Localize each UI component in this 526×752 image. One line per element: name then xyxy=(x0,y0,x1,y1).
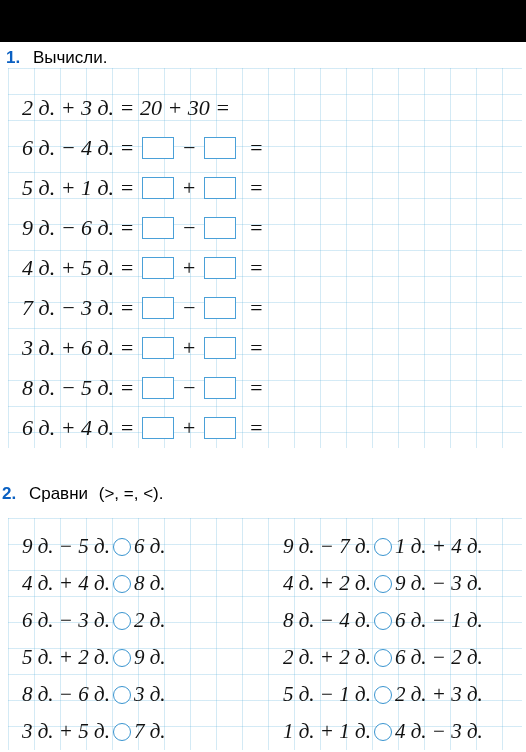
answer-box[interactable] xyxy=(204,337,236,359)
operator: − xyxy=(176,295,202,321)
compare-left: 3 д. + 5 д. xyxy=(22,719,110,744)
compare-circle[interactable] xyxy=(374,575,392,593)
equals: = xyxy=(238,215,264,241)
compare-right: 2 д. + 3 д. xyxy=(395,682,483,707)
equation-expanded: 20 + 30 = xyxy=(140,95,230,121)
compare-circle[interactable] xyxy=(113,612,131,630)
equals: = xyxy=(238,175,264,201)
equation-row: 4 д. + 5 д. = + = xyxy=(22,248,264,288)
compare-left: 1 д. + 1 д. xyxy=(283,719,371,744)
compare-right: 9 д. xyxy=(134,645,166,670)
equation-left: 6 д. + 4 д. = xyxy=(22,415,140,441)
equation-row: 2 д. + 3 д. = 20 + 30 = xyxy=(22,88,264,128)
answer-box[interactable] xyxy=(142,217,174,239)
compare-row: 4 д. + 2 д.9 д. − 3 д. xyxy=(283,565,516,602)
equation-left: 5 д. + 1 д. = xyxy=(22,175,140,201)
operator: − xyxy=(176,215,202,241)
answer-box[interactable] xyxy=(142,417,174,439)
compare-row: 4 д. + 4 д.8 д. xyxy=(22,565,255,602)
answer-box[interactable] xyxy=(142,257,174,279)
operator: + xyxy=(176,255,202,281)
compare-circle[interactable] xyxy=(374,538,392,556)
equation-left: 7 д. − 3 д. = xyxy=(22,295,140,321)
answer-box[interactable] xyxy=(142,297,174,319)
compare-left: 9 д. − 7 д. xyxy=(283,534,371,559)
compare-left: 9 д. − 5 д. xyxy=(22,534,110,559)
task2-number: 2. xyxy=(2,484,16,503)
operator: − xyxy=(176,135,202,161)
operator: + xyxy=(176,175,202,201)
compare-left: 4 д. + 2 д. xyxy=(283,571,371,596)
top-black-bar xyxy=(0,0,526,42)
answer-box[interactable] xyxy=(204,257,236,279)
equals: = xyxy=(238,255,264,281)
compare-left: 5 д. − 1 д. xyxy=(283,682,371,707)
equation-list: 2 д. + 3 д. = 20 + 30 =6 д. − 4 д. = − =… xyxy=(22,88,264,448)
compare-right: 6 д. − 1 д. xyxy=(395,608,483,633)
compare-left: 2 д. + 2 д. xyxy=(283,645,371,670)
compare-right: 1 д. + 4 д. xyxy=(395,534,483,559)
equation-row: 8 д. − 5 д. = − = xyxy=(22,368,264,408)
compare-right: 4 д. − 3 д. xyxy=(395,719,483,744)
answer-box[interactable] xyxy=(142,377,174,399)
equation-left: 2 д. + 3 д. = xyxy=(22,95,140,121)
equation-row: 7 д. − 3 д. = − = xyxy=(22,288,264,328)
answer-box[interactable] xyxy=(204,297,236,319)
answer-box[interactable] xyxy=(142,137,174,159)
equation-left: 8 д. − 5 д. = xyxy=(22,375,140,401)
answer-box[interactable] xyxy=(204,137,236,159)
compare-circle[interactable] xyxy=(113,575,131,593)
compare-row: 8 д. − 6 д.3 д. xyxy=(22,676,255,713)
answer-box[interactable] xyxy=(204,217,236,239)
compare-left: 6 д. − 3 д. xyxy=(22,608,110,633)
answer-box[interactable] xyxy=(142,337,174,359)
compare-circle[interactable] xyxy=(113,649,131,667)
answer-box[interactable] xyxy=(204,377,236,399)
compare-right: 3 д. xyxy=(134,682,166,707)
compare-row: 9 д. − 5 д.6 д. xyxy=(22,528,255,565)
compare-row: 5 д. + 2 д.9 д. xyxy=(22,639,255,676)
compare-circle[interactable] xyxy=(374,686,392,704)
answer-box[interactable] xyxy=(204,177,236,199)
task2-title: Сравни xyxy=(29,484,88,503)
compare-column-left: 9 д. − 5 д.6 д.4 д. + 4 д.8 д.6 д. − 3 д… xyxy=(22,528,255,750)
equation-row: 6 д. − 4 д. = − = xyxy=(22,128,264,168)
compare-circle[interactable] xyxy=(374,723,392,741)
answer-box[interactable] xyxy=(142,177,174,199)
task1-title: Вычисли. xyxy=(33,48,108,67)
compare-row: 9 д. − 7 д.1 д. + 4 д. xyxy=(283,528,516,565)
task1-heading: 1. Вычисли. xyxy=(6,48,107,68)
task2-hint: (>, =, <). xyxy=(99,484,164,503)
equals: = xyxy=(238,135,264,161)
task2-heading: 2. Сравни (>, =, <). xyxy=(2,484,164,504)
compare-right: 7 д. xyxy=(134,719,166,744)
equals: = xyxy=(238,375,264,401)
compare-right: 9 д. − 3 д. xyxy=(395,571,483,596)
equation-row: 3 д. + 6 д. = + = xyxy=(22,328,264,368)
compare-row: 2 д. + 2 д.6 д. − 2 д. xyxy=(283,639,516,676)
compare-circle[interactable] xyxy=(374,612,392,630)
compare-right: 8 д. xyxy=(134,571,166,596)
operator: + xyxy=(176,415,202,441)
compare-left: 5 д. + 2 д. xyxy=(22,645,110,670)
compare-right: 6 д. xyxy=(134,534,166,559)
equation-left: 3 д. + 6 д. = xyxy=(22,335,140,361)
compare-circle[interactable] xyxy=(113,538,131,556)
compare-circle[interactable] xyxy=(113,686,131,704)
compare-right: 6 д. − 2 д. xyxy=(395,645,483,670)
task1-number: 1. xyxy=(6,48,20,67)
equals: = xyxy=(238,295,264,321)
equation-row: 5 д. + 1 д. = + = xyxy=(22,168,264,208)
compare-left: 8 д. − 6 д. xyxy=(22,682,110,707)
equation-left: 4 д. + 5 д. = xyxy=(22,255,140,281)
equation-left: 9 д. − 6 д. = xyxy=(22,215,140,241)
compare-row: 8 д. − 4 д.6 д. − 1 д. xyxy=(283,602,516,639)
compare-area: 9 д. − 5 д.6 д.4 д. + 4 д.8 д.6 д. − 3 д… xyxy=(22,528,516,750)
compare-circle[interactable] xyxy=(374,649,392,667)
compare-circle[interactable] xyxy=(113,723,131,741)
answer-box[interactable] xyxy=(204,417,236,439)
compare-left: 8 д. − 4 д. xyxy=(283,608,371,633)
compare-row: 3 д. + 5 д.7 д. xyxy=(22,713,255,750)
operator: − xyxy=(176,375,202,401)
compare-left: 4 д. + 4 д. xyxy=(22,571,110,596)
